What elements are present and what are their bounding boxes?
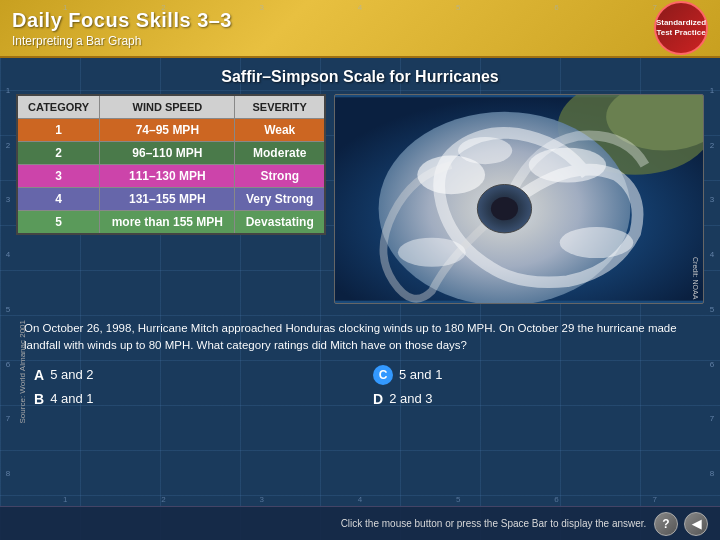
top-num-6: 6	[554, 3, 558, 12]
cat-1: 1	[17, 119, 100, 142]
table-image-row: CATEGORY WIND SPEED SEVERITY 1 74–95 MPH…	[16, 94, 704, 304]
svg-point-9	[398, 238, 466, 267]
table-row: 4 131–155 MPH Very Strong	[17, 188, 325, 211]
table-row: 3 111–130 MPH Strong	[17, 165, 325, 188]
top-num-1: 1	[63, 3, 67, 12]
sev-2: Moderate	[235, 142, 325, 165]
wind-1: 74–95 MPH	[100, 119, 235, 142]
svg-point-7	[529, 148, 606, 183]
sev-4: Very Strong	[235, 188, 325, 211]
bottom-ruler: 1 2 3 4 5 6 7	[16, 492, 704, 506]
table-row: 5 more than 155 MPH Devastating	[17, 211, 325, 235]
col-severity: SEVERITY	[235, 95, 325, 119]
hurricane-image: Credit: NOAA	[334, 94, 704, 304]
cat-5: 5	[17, 211, 100, 235]
answer-choice-d[interactable]: D 2 and 3	[373, 391, 692, 407]
help-button[interactable]: ?	[654, 512, 678, 536]
question-mark-icon: ?	[662, 517, 669, 531]
back-button[interactable]: ◀	[684, 512, 708, 536]
chart-title: Saffir–Simpson Scale for Hurricanes	[16, 68, 704, 86]
sev-5: Devastating	[235, 211, 325, 235]
table-row: 2 96–110 MPH Moderate	[17, 142, 325, 165]
image-credit: Credit: NOAA	[692, 257, 699, 299]
source-label: Source: World Almanac 2001	[18, 320, 27, 423]
answer-choice-c[interactable]: C 5 and 1	[373, 365, 692, 385]
answer-value-b: 4 and 1	[50, 391, 93, 406]
hurricane-scale-table: CATEGORY WIND SPEED SEVERITY 1 74–95 MPH…	[16, 94, 326, 235]
answer-letter-d: D	[373, 391, 383, 407]
badge-text: StandardizedTest Practice	[656, 18, 706, 37]
answer-choices: A 5 and 2 C 5 and 1 B 4 and 1 D 2 and 3	[24, 365, 702, 407]
top-num-5: 5	[456, 3, 460, 12]
bottom-bar: Click the mouse button or press the Spac…	[0, 506, 720, 540]
bottom-instruction: Click the mouse button or press the Spac…	[333, 518, 654, 529]
answer-letter-b: B	[34, 391, 44, 407]
col-wind-speed: WIND SPEED	[100, 95, 235, 119]
wind-5: more than 155 MPH	[100, 211, 235, 235]
page-subtitle: Interpreting a Bar Graph	[12, 34, 232, 48]
main-content: Saffir–Simpson Scale for Hurricanes CATE…	[0, 58, 720, 312]
svg-point-8	[560, 227, 634, 258]
cat-3: 3	[17, 165, 100, 188]
col-category: CATEGORY	[17, 95, 100, 119]
sev-3: Strong	[235, 165, 325, 188]
cat-4: 4	[17, 188, 100, 211]
top-num-2: 2	[161, 3, 165, 12]
sev-1: Weak	[235, 119, 325, 142]
answer-value-a: 5 and 2	[50, 367, 93, 382]
svg-point-10	[458, 137, 512, 164]
svg-point-5	[491, 197, 518, 220]
wind-4: 131–155 MPH	[100, 188, 235, 211]
answer-letter-a: A	[34, 367, 44, 383]
wind-3: 111–130 MPH	[100, 165, 235, 188]
table-row: 1 74–95 MPH Weak	[17, 119, 325, 142]
back-icon: ◀	[692, 517, 701, 531]
question-text: On October 26, 1998, Hurricane Mitch app…	[24, 320, 702, 355]
top-ruler: 1 2 3 4 5 6 7	[16, 0, 704, 14]
answer-choice-a[interactable]: A 5 and 2	[34, 365, 353, 385]
top-num-7: 7	[653, 3, 657, 12]
wind-2: 96–110 MPH	[100, 142, 235, 165]
hurricane-svg	[335, 95, 703, 303]
bottom-buttons: ? ◀	[654, 512, 708, 536]
top-num-4: 4	[358, 3, 362, 12]
question-section: On October 26, 1998, Hurricane Mitch app…	[0, 312, 720, 411]
table-header-row: CATEGORY WIND SPEED SEVERITY	[17, 95, 325, 119]
answer-value-c: 5 and 1	[399, 367, 442, 382]
header-title-block: Daily Focus Skills 3–3 Interpreting a Ba…	[12, 9, 232, 48]
answer-value-d: 2 and 3	[389, 391, 432, 406]
answer-choice-b[interactable]: B 4 and 1	[34, 391, 353, 407]
top-num-3: 3	[259, 3, 263, 12]
answer-letter-c: C	[373, 365, 393, 385]
cat-2: 2	[17, 142, 100, 165]
